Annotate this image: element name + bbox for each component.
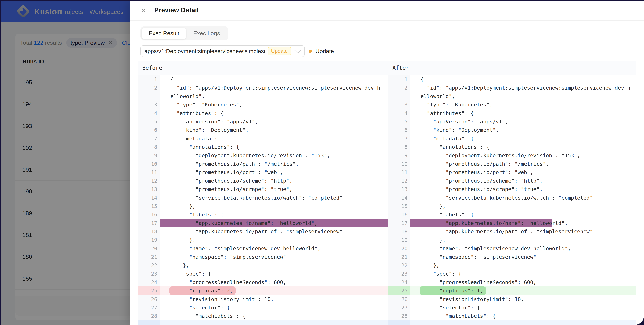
code-text: "spec": { [420, 270, 636, 278]
code-text: }, [170, 261, 388, 270]
diff-line: 5 "apiVersion": "apps/v1", [138, 118, 388, 126]
kusion-app-window: Kusion Projects Workspaces Total 122 res… [1, 1, 644, 325]
diff-marker [160, 75, 170, 84]
line-number: 21 [388, 253, 410, 261]
chevron-down-icon [295, 48, 300, 53]
resource-status: Update [308, 46, 334, 57]
diff-marker [410, 210, 420, 219]
code-text: "app.kubernetes.io/part-of": "simpleserv… [170, 227, 388, 236]
diff-marker [410, 143, 420, 151]
line-number: 26 [138, 295, 160, 303]
preview-detail-drawer: ✕ Preview Detail Exec Result Exec Logs a… [130, 1, 644, 325]
diff-marker [410, 202, 420, 210]
diff-marker [160, 219, 170, 227]
diff-marker [160, 143, 170, 151]
code-text: "namespace": "simpleservicenew" [420, 253, 636, 261]
code-text: "apiVersion": "apps/v1", [420, 118, 636, 126]
drawer-backdrop-mask[interactable] [1, 1, 130, 325]
line-number: 9 [138, 151, 160, 160]
code-text: }, [420, 261, 636, 270]
diff-marker [160, 100, 170, 109]
diff-line: 1{ [388, 75, 636, 84]
tab-exec-result[interactable]: Exec Result [142, 28, 186, 39]
line-number: 17 [138, 219, 160, 227]
code-text: "service.beta.kubernetes.io/watch": "com… [420, 194, 636, 202]
status-label: Update [316, 48, 334, 54]
line-number: 15 [138, 202, 160, 210]
line-number: 23 [138, 270, 160, 278]
code-text: "prometheus.io/scheme": "http", [420, 176, 636, 185]
code-text: "prometheus.io/port": "web", [420, 168, 636, 176]
diff-line: 14 "service.beta.kubernetes.io/watch": "… [388, 194, 636, 202]
inline-change-highlight: "replicas": 1, [420, 286, 486, 295]
diff-line: 25+ "replicas": 1, [388, 286, 636, 295]
code-text: "app.kubernetes.io/name": "helloworld", [170, 219, 388, 227]
tab-exec-logs[interactable]: Exec Logs [186, 28, 227, 39]
diff-line: 17 "app.kubernetes.io/name": "helloworld… [388, 219, 636, 227]
line-number: 20 [138, 244, 160, 252]
line-number: 24 [388, 278, 410, 286]
diff-line: 2 "id": "apps/v1:Deployment:simpleservic… [138, 84, 388, 100]
code-text: "progressDeadlineSeconds": 600, [170, 278, 388, 286]
line-number: 1 [138, 75, 160, 84]
diff-line: 19 }, [388, 236, 636, 244]
diff-line: 6 "kind": "Deployment", [388, 126, 636, 134]
expand-label[interactable]: Expand 52 lines [170, 320, 388, 325]
expand-lines-row[interactable]: Expand 52 lines [138, 320, 388, 325]
diff-line: 23 "spec": { [138, 270, 388, 278]
code-text: "spec": { [170, 270, 388, 278]
resource-select[interactable]: apps/v1:Deployment:simpleservicenew:simp… [140, 46, 305, 57]
code-text: "app.kubernetes.io/part-of": "simpleserv… [420, 227, 636, 236]
diff-marker [410, 227, 420, 236]
expand-label[interactable]: Expand 52 lines [420, 320, 636, 325]
diff-line: 18 "app.kubernetes.io/part-of": "simples… [388, 227, 636, 236]
diff-marker [410, 84, 420, 100]
line-number: 18 [388, 227, 410, 236]
diff-marker [160, 244, 170, 252]
code-text: "prometheus.io/scheme": "http", [170, 176, 388, 185]
diff-line: 20 "name": "simpleservicenew-dev-hellowo… [388, 244, 636, 252]
code-text: "type": "Kubernetes", [420, 100, 636, 109]
line-number: 23 [388, 270, 410, 278]
diff-marker [160, 312, 170, 320]
expand-lines-row[interactable]: Expand 52 lines [388, 320, 636, 325]
diff-marker [410, 278, 420, 286]
diff-marker [410, 270, 420, 278]
line-number: 12 [388, 176, 410, 185]
diff-line: 10 "prometheus.io/path": "/metrics", [388, 160, 636, 168]
diff-line: 17 "app.kubernetes.io/name": "helloworld… [138, 219, 388, 227]
diff-body: 1{2 "id": "apps/v1:Deployment:simpleserv… [138, 75, 636, 325]
diff-marker [410, 236, 420, 244]
code-text: "service.beta.kubernetes.io/watch": "com… [170, 194, 388, 202]
diff-marker [160, 202, 170, 210]
drawer-title: Preview Detail [154, 6, 198, 14]
code-text: "kind": "Deployment", [170, 126, 388, 134]
code-text: "deployment.kubernetes.io/revision": "15… [420, 151, 636, 160]
diff-marker [410, 75, 420, 84]
exec-tabs: Exec Result Exec Logs [140, 26, 228, 40]
line-number: 2 [138, 84, 160, 100]
line-number: 9 [388, 151, 410, 160]
line-number: 12 [138, 176, 160, 185]
line-number: 22 [138, 261, 160, 270]
diff-marker [160, 126, 170, 134]
diff-marker [410, 118, 420, 126]
diff-marker [410, 100, 420, 109]
diff-line: 16 "labels": { [138, 210, 388, 219]
diff-marker [410, 160, 420, 168]
line-number: 19 [388, 236, 410, 244]
line-number: 17 [388, 219, 410, 227]
line-number: 19 [138, 236, 160, 244]
line-number: 11 [388, 168, 410, 176]
diff-line: 23 "spec": { [388, 270, 636, 278]
line-number: 20 [388, 244, 410, 252]
close-icon[interactable]: ✕ [140, 7, 148, 14]
diff-marker [410, 244, 420, 252]
status-dot-icon [308, 50, 312, 53]
line-number: 24 [138, 278, 160, 286]
code-text: "prometheus.io/path": "/metrics", [170, 160, 388, 168]
diff-marker [160, 194, 170, 202]
line-number: 8 [388, 143, 410, 151]
expand-gutter [138, 320, 160, 325]
diff-marker [160, 227, 170, 236]
